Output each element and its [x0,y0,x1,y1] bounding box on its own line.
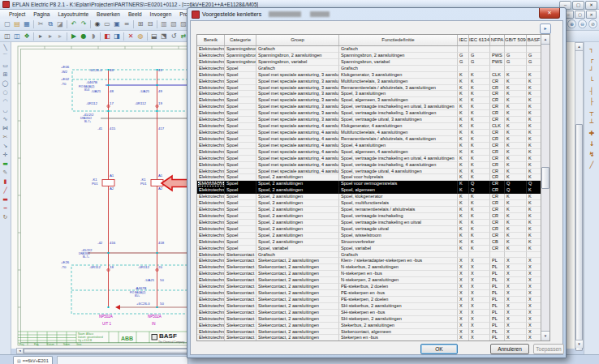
table-row[interactable]: Elektrotechni... Spoel Spoel met special… [197,91,542,97]
tool-icon[interactable]: ⌒ [1,53,11,62]
tool-icon[interactable]: ▭ [1,62,11,71]
table-row[interactable]: Elektrotechni... Stekercontact Stekercon… [197,290,542,297]
tool-icon[interactable]: ◡ [1,106,11,115]
column-header-bereik[interactable]: Bereik [197,35,225,45]
toolbar-icon[interactable]: ❖ [22,32,32,41]
table-row[interactable]: Elektrotechni... Spoel Spoel met special… [197,97,542,104]
column-header-iec[interactable]: IEC [458,35,469,45]
column-header-iec61346[interactable]: IEC 61346 [469,35,490,45]
zoom-tool-icon[interactable]: ⊘ [588,19,597,28]
tool-icon[interactable]: ↘ [1,142,11,151]
toolbar-icon[interactable]: ▣ [112,19,122,29]
menu-item[interactable]: Bewerken [93,11,124,17]
tool-icon[interactable]: ✎ [1,169,11,178]
tool-icon[interactable]: ∿ [1,115,11,124]
table-row[interactable]: Elektrotechni... Stekercontact Stekercon… [197,303,542,310]
connection-symbol-icon[interactable]: ├ [586,97,597,107]
scrollbar-thumb[interactable] [541,167,549,189]
connection-symbol-icon[interactable]: ↓ [586,139,597,149]
menu-item[interactable]: Invoegen [146,11,176,17]
tool-icon[interactable]: ▬ [1,160,11,169]
zoom-tool-icon[interactable]: ⊕ [567,19,576,28]
toolbar-icon[interactable]: ▥ [159,19,169,29]
table-row[interactable]: Elektrotechni... Spoel Spoel met special… [197,162,542,169]
connection-symbol-icon[interactable]: ┌ [586,55,597,65]
table-row[interactable]: Elektrotechni... Spoel Spoel, 2 aansluit… [197,200,542,207]
scroll-left-icon[interactable]: ◄ [17,349,24,353]
connection-symbol-icon[interactable]: ↯ [586,150,597,160]
toolbar-icon[interactable]: ◫ [12,32,22,41]
apply-button[interactable]: Toepassen [533,344,564,354]
connection-symbol-icon[interactable]: ┤ [586,87,597,96]
toolbar-icon[interactable]: ↺ [169,32,179,41]
table-row[interactable]: Elektrotechni... Stekercontact Stekercon… [197,297,542,303]
table-row[interactable]: Elektrotechni... Spoel Spoel met special… [197,143,542,149]
window-control-icon[interactable]: ✕ [585,1,597,10]
mdi-control-icon[interactable]: ▢ [575,11,585,19]
expand-button[interactable]: ▸ [540,24,551,34]
connection-symbol-icon[interactable]: ✚ [586,129,597,139]
toolbar-icon[interactable]: ✕ [126,32,136,41]
toolbar-icon[interactable]: ✂ [36,19,45,29]
table-row[interactable]: Elektrotechni... Spanningsbron Spannings… [197,53,542,59]
tool-icon[interactable]: ○ [1,88,11,97]
table-row[interactable]: Elektrotechni... Spoel Spoel, 2 aansluit… [197,213,542,220]
table-row[interactable]: Elektrotechni... Stekercontact Stekercon… [197,335,542,341]
toolbar-icon[interactable]: ◧ [102,32,112,41]
column-header-gbt5094[interactable]: GB/T 5094 [505,35,527,45]
table-row[interactable]: Elektrotechni... Stekercontact Stekercon… [197,264,542,271]
scrollbar-thumb[interactable] [575,124,583,351]
table-row[interactable]: Elektrotechni... Stekercontact Stekercon… [197,323,542,329]
table-row[interactable]: Elektrotechni... Spoel Spoel, 2 aansluit… [197,226,542,233]
connection-symbol-icon[interactable]: ┴ [586,118,597,128]
tool-icon[interactable]: ┅ [1,204,11,213]
connection-symbol-icon[interactable]: └ [586,76,597,86]
tool-icon[interactable]: ↻ [1,213,11,222]
table-row[interactable]: Elektrotechni... Spoel Spoel met special… [197,130,542,136]
tool-icon[interactable]: ▬ [1,195,11,204]
toolbar-icon[interactable]: ▧ [169,19,179,29]
tool-icon[interactable]: ╲ [1,44,11,53]
table-row[interactable]: Elektrotechni... Spoel Spoel, variabel S… [197,246,542,252]
table-row[interactable]: Elektrotechni... Spoel Spoel, 2 aansluit… [197,220,542,226]
menu-item[interactable]: Project [5,11,29,17]
scroll-down-icon[interactable]: ▼ [541,331,549,340]
toolbar-icon[interactable]: ● [79,32,88,41]
toolbar-icon[interactable]: ◨ [112,32,122,41]
table-scrollbar[interactable]: ▲ ▼ [541,35,549,340]
column-header-basf[interactable]: BASF [527,35,541,45]
tool-icon[interactable]: ▮ [1,178,11,186]
column-header-functiedefinitie[interactable]: Functiedefinitie [339,35,458,45]
table-row[interactable]: Elektrotechni... Spoel Spoel, 2 aansluit… [197,239,542,246]
scroll-down-icon[interactable]: ▼ [575,340,583,348]
toolbar-icon[interactable]: ⧉ [45,19,55,29]
table-row[interactable]: Elektrotechni... Spoel Grafisch Grafisch [197,66,542,72]
toolbar-icon[interactable]: ⬓ [149,32,159,41]
toolbar-icon[interactable]: ◪ [55,19,65,29]
toolbar-icon[interactable]: ▦ [22,19,32,29]
connection-symbol-icon[interactable]: ╱ [586,161,597,170]
menu-item[interactable]: Layoutruimte [54,11,93,17]
table-row[interactable]: Elektrotechni... Spanningsbron Spannings… [197,59,542,66]
toolbar-icon[interactable]: ▸ [45,32,55,41]
mdi-control-icon[interactable]: ✕ [586,11,597,19]
table-row[interactable]: Elektrotechni... Spoel Spoel met special… [197,117,542,123]
table-row[interactable]: Elektrotechni... Spoel Spoel, 2 aansluit… [197,233,542,239]
table-row[interactable]: Elektrotechni... Stekercontact Grafisch … [197,252,542,259]
tool-icon[interactable]: ⊞ [1,71,11,79]
window-control-icon[interactable]: ▢ [572,1,584,10]
table-row[interactable]: Elektrotechni... Spoel Spoel met special… [197,110,542,117]
tool-icon[interactable]: ⋈ [1,124,11,133]
table-row[interactable]: Elektrotechni... Stekercontact Stekercon… [197,329,542,336]
table-row[interactable]: Elektrotechni... Spanningsbron Grafisch … [197,46,542,53]
toolbar-icon[interactable]: ◫ [2,32,12,41]
table-row[interactable]: Elektrotechni... Spoel Spoel met special… [197,136,542,143]
menu-item[interactable]: Beeld [124,11,146,17]
table-row[interactable]: Elektrotechni... Spoel Spoel met special… [197,156,542,162]
toolbar-icon[interactable]: ▭ [102,19,112,29]
toolbar-icon[interactable]: ↶ [69,19,79,29]
table-row[interactable]: Elektrotechni... Spoel Spoel met special… [197,169,542,175]
toolbar-icon[interactable]: ↷ [79,19,88,29]
table-row[interactable]: Elektrotechni... Spoel Spoel met special… [197,79,542,85]
toolbar-icon[interactable]: ⊞ [136,19,145,29]
